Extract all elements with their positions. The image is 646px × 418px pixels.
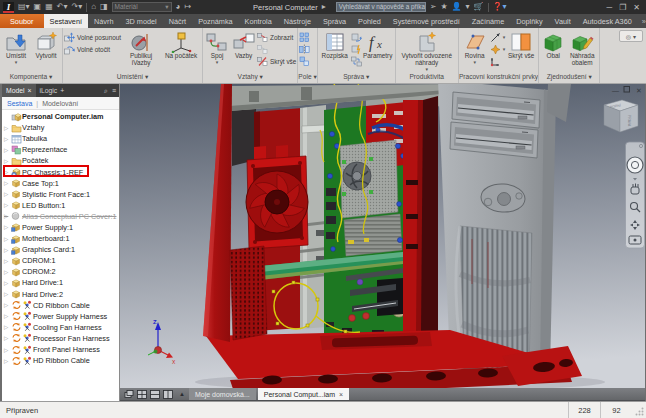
- ribbon-button-vazby[interactable]: Vazby: [230, 29, 257, 72]
- render-icon[interactable]: ◨: [100, 0, 108, 14]
- expander-icon[interactable]: ▷: [4, 125, 11, 131]
- ribbon-button-showdim[interactable]: [257, 43, 296, 55]
- ribbon-tab-n-vrh[interactable]: Návrh: [88, 14, 119, 28]
- tree-item-cdrom-1[interactable]: ▷CDROM:1: [2, 255, 119, 266]
- ribbon-group-label[interactable]: Umístění ▾: [63, 72, 202, 83]
- ribbon-tab-soubor[interactable]: Soubor: [0, 14, 44, 28]
- ribbon-tab-kontrola[interactable]: Kontrola: [239, 14, 278, 28]
- ribbon-tab-spr-va[interactable]: Správa: [317, 14, 352, 28]
- expander-icon[interactable]: ▷: [4, 169, 11, 175]
- expander-icon[interactable]: ▷: [4, 280, 11, 286]
- ribbon-group-label[interactable]: Vztahy ▾: [203, 72, 297, 83]
- document-tab-0[interactable]: Moje domovská...: [189, 388, 256, 400]
- tree-item-hard-drive-2[interactable]: ▷Hard Drive:2: [2, 289, 119, 300]
- tree-item-po-tek[interactable]: ▷Počátek: [2, 155, 119, 166]
- expander-icon[interactable]: ▷: [4, 302, 11, 308]
- inventor-logo-icon[interactable]: I: [3, 2, 14, 13]
- panel-tab-ilogic[interactable]: iLogic+: [36, 84, 69, 97]
- expander-icon[interactable]: ▷: [4, 158, 11, 164]
- expander-icon[interactable]: ▷: [4, 213, 11, 219]
- save-icon[interactable]: ▦: [45, 0, 53, 14]
- ribbon-tab-pozn-mka[interactable]: Poznámka: [192, 14, 238, 28]
- ribbon-group-label[interactable]: Zjednodušení ▾: [539, 72, 599, 83]
- ribbon-group-label[interactable]: Pracovní konstrukční prvky: [459, 72, 539, 83]
- ribbon-button-wppoint[interactable]: ▾: [490, 43, 506, 55]
- tree-item-power-supply-1[interactable]: ▷Power Supply:1: [2, 222, 119, 233]
- resize-grip[interactable]: [632, 402, 646, 418]
- browser-filter-modelovani[interactable]: Modelování: [42, 100, 78, 107]
- ribbon-button-copycmp[interactable]: [299, 55, 310, 67]
- tree-item-hard-drive-1[interactable]: ▷Hard Drive:1: [2, 277, 119, 288]
- ribbon-tab-syst-mov-prost-ed-[interactable]: Systémové prostředí: [387, 14, 466, 28]
- help-icon[interactable]: ❓▾: [493, 0, 507, 14]
- ribbon-tab-n-rt[interactable]: Náčrt: [163, 14, 192, 28]
- signin-icon[interactable]: 👤: [452, 0, 462, 14]
- material-dropdown[interactable]: Materiál▾: [112, 2, 172, 12]
- ribbon-button-zobrazit[interactable]: Zobrazit: [257, 31, 296, 43]
- split-vertical-icon[interactable]: [163, 390, 173, 399]
- tree-item-cd-ribbon-cable[interactable]: ▷CD Ribbon Cable: [2, 300, 119, 311]
- ribbon-tab-sestaven-[interactable]: Sestavení: [44, 14, 88, 28]
- ribbon-button-voln-posunout[interactable]: Volné posunout: [64, 31, 121, 43]
- ribbon-appearance-button[interactable]: ◎▾: [619, 30, 643, 42]
- open-icon[interactable]: ▣: [34, 0, 42, 14]
- expander-icon[interactable]: ▷: [4, 247, 11, 253]
- ribbon-button-voln-oto-it[interactable]: Volně otočit: [64, 43, 121, 55]
- tree-item-stylistic-front-face-1[interactable]: ▷Stylistic Front Face:1: [2, 189, 119, 200]
- ribbon-button-mgr3[interactable]: [351, 55, 362, 67]
- panel-tab-model[interactable]: Model×: [2, 84, 36, 97]
- tree-item-tabulka[interactable]: ▷Tabulka: [2, 133, 119, 144]
- expander-icon[interactable]: ▷: [4, 147, 11, 153]
- ribbon-tab-za-n-me[interactable]: Začínáme: [466, 14, 510, 28]
- redo-icon[interactable]: ↷▾: [71, 0, 82, 14]
- tree-item-cooling-fan-harness[interactable]: ▷Cooling Fan Harness: [2, 322, 119, 333]
- browser-filter-sestava[interactable]: Sestava: [7, 100, 32, 107]
- expander-icon[interactable]: ▷: [4, 258, 11, 264]
- ribbon-tab-vault[interactable]: Vault: [549, 14, 577, 28]
- help-search-input[interactable]: Vyhledávat v nápovědě a příkaze: [336, 2, 426, 12]
- expander-icon[interactable]: ▷: [4, 180, 11, 186]
- tree-item-front-panel-harness[interactable]: ▷Front Panel Harness: [2, 344, 119, 355]
- dropdown-icon[interactable]: ▾: [466, 0, 470, 14]
- tree-item-reprezentace[interactable]: ▷Reprezentace: [2, 144, 119, 155]
- split-horizontal-icon[interactable]: [150, 390, 160, 399]
- ribbon-button-n-hrada-obalem[interactable]: Náhrada obalem: [566, 29, 598, 72]
- ribbon-button-skr-t-v-e[interactable]: Skrýt vše: [505, 29, 537, 72]
- favorites-icon[interactable]: ★: [440, 0, 447, 14]
- expander-icon[interactable]: ▷: [4, 324, 11, 330]
- tree-item-power-supply-harness[interactable]: ▷Power Supply Harness: [2, 311, 119, 322]
- ribbon-tab-3d-model[interactable]: 3D model: [119, 14, 162, 28]
- tree-item-led-button-1[interactable]: ▷LED Button:1: [2, 200, 119, 211]
- expander-icon[interactable]: ▷: [4, 191, 11, 197]
- doctab-expand-icon[interactable]: ▲: [179, 391, 185, 397]
- tree-item-pc-chassis-1-ref[interactable]: ▷PC Chassis:1-REF: [2, 166, 119, 177]
- ribbon-button-mirror[interactable]: [299, 43, 310, 55]
- tree-item-motherboard-1[interactable]: ▷Motherboard:1: [2, 233, 119, 244]
- appearance-icon[interactable]: ◕: [176, 0, 181, 14]
- ribbon-button-vytvo-it[interactable]: Vytvořit: [31, 29, 61, 72]
- expander-icon[interactable]: ▷: [4, 347, 11, 353]
- ribbon-tab-pohled[interactable]: Pohled: [352, 14, 387, 28]
- expander-icon[interactable]: ▷: [4, 335, 11, 341]
- ribbon-button-um-stit[interactable]: Umístit▾: [1, 29, 31, 72]
- minimize-button[interactable]: ─: [606, 3, 612, 12]
- tile-windows-icon[interactable]: [137, 390, 147, 399]
- tree-item-case-top-1[interactable]: ▷Case Top:1: [2, 178, 119, 189]
- expander-icon[interactable]: ▷: [4, 136, 11, 142]
- ribbon-button-vytvo-it-odvozen-n-hrady[interactable]: Vytvořit odvozené náhrady▾: [397, 29, 457, 72]
- ribbon-button-obal[interactable]: Obal: [540, 29, 566, 72]
- ribbon-tab-dopl-ky[interactable]: Doplňky: [510, 14, 548, 28]
- expander-icon[interactable]: ▷: [4, 358, 11, 364]
- expander-icon[interactable]: ▷: [4, 291, 11, 297]
- ribbon-button-rovina[interactable]: Rovina▾: [460, 29, 490, 72]
- ribbon-group-label[interactable]: Produktivita: [396, 72, 458, 83]
- expander-icon[interactable]: ▷: [4, 313, 11, 319]
- ribbon-button-publikuj-ivazby[interactable]: Publikuj iVazby: [121, 29, 161, 72]
- adjust-icon[interactable]: ↦: [184, 0, 191, 14]
- expander-icon[interactable]: ▷: [4, 224, 11, 230]
- undo-icon[interactable]: ↶▾: [57, 0, 68, 14]
- ribbon-tab-autodesk-a360[interactable]: Autodesk A360: [577, 14, 638, 28]
- new-file-icon[interactable]: ▤▾: [18, 0, 30, 14]
- cascade-windows-icon[interactable]: [124, 390, 134, 399]
- expander-icon[interactable]: ▷: [4, 202, 11, 208]
